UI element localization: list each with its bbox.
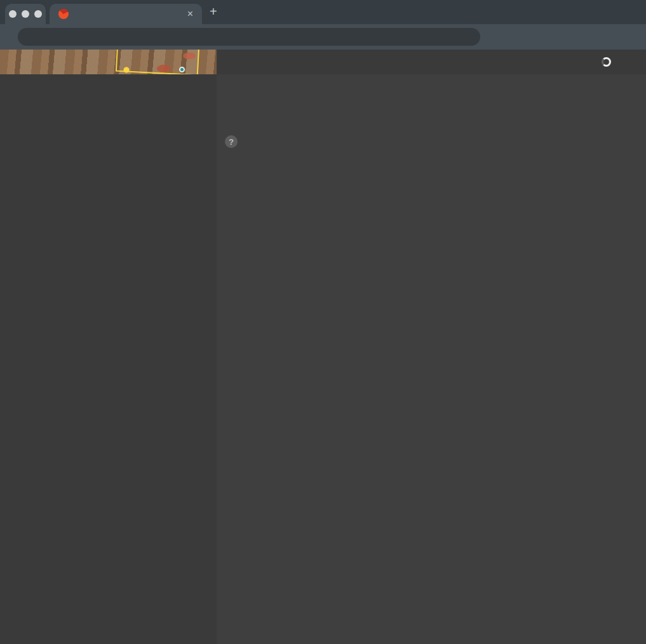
loading-spinner-icon: [602, 57, 611, 67]
browser-tab[interactable]: ×: [50, 4, 202, 24]
track-tiles-row: [220, 76, 643, 126]
window-zoom-button[interactable]: [34, 10, 42, 18]
header-right: [593, 50, 640, 74]
breadcrumb[interactable]: [0, 50, 217, 74]
tab-close-icon[interactable]: ×: [185, 9, 196, 19]
browser-toolbar: [0, 24, 646, 50]
window-controls: [5, 4, 46, 24]
tab-strip: × +: [0, 0, 646, 24]
site-favicon-icon: [58, 9, 69, 19]
question-icon: ?: [225, 135, 238, 148]
tab-search-chevron-icon[interactable]: [624, 7, 635, 17]
window-close-button[interactable]: [9, 10, 17, 18]
lock-icon[interactable]: [25, 32, 35, 42]
tracks-panel: ?: [217, 74, 646, 644]
track-list: [217, 153, 646, 158]
account-icon[interactable]: [628, 56, 640, 68]
new-tab-button[interactable]: +: [210, 5, 217, 18]
app-header: [0, 50, 646, 74]
clips-sidebar: [0, 74, 217, 644]
help-note: ?: [217, 126, 646, 153]
url-bar[interactable]: [18, 28, 480, 46]
breadcrumb-text: [6, 50, 217, 74]
browser-window: × +: [0, 0, 646, 644]
window-minimize-button[interactable]: [22, 10, 29, 18]
